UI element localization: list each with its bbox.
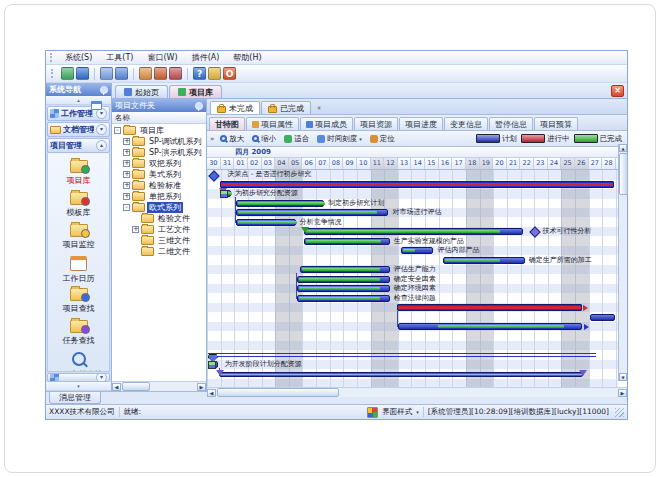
- scroll-thumb[interactable]: [122, 382, 150, 391]
- locate-button[interactable]: 定位: [368, 133, 397, 145]
- ui-style-icon[interactable]: [367, 407, 378, 418]
- folder-window-icon[interactable]: [115, 67, 128, 80]
- task-bar[interactable]: [401, 247, 434, 254]
- sidebar-item[interactable]: 模板库: [48, 188, 109, 220]
- sidebar-item[interactable]: 项目文档查找: [48, 348, 109, 372]
- overflow-chevron-icon[interactable]: [315, 106, 323, 110]
- summary-bar[interactable]: [220, 181, 614, 188]
- tree-column-header[interactable]: 名称: [112, 112, 206, 124]
- sidebar-scroll-down-button[interactable]: [46, 382, 111, 391]
- help-icon[interactable]: ?: [193, 67, 206, 80]
- task-bar[interactable]: [236, 209, 389, 216]
- task-group-icon[interactable]: [208, 361, 216, 369]
- tree-item[interactable]: +SP-演示机系列: [112, 147, 206, 158]
- tree-item[interactable]: +SP-调试机系列: [112, 136, 206, 147]
- tab-message-management[interactable]: 消息管理: [49, 392, 101, 404]
- task-bar[interactable]: [297, 276, 390, 283]
- chart-icon[interactable]: [169, 67, 182, 80]
- menu-item[interactable]: 插件(A): [185, 52, 227, 63]
- tree-expander-icon[interactable]: +: [123, 182, 130, 189]
- dropdown-arrow-icon[interactable]: [359, 136, 362, 142]
- dropdown-arrow-icon[interactable]: [416, 409, 419, 415]
- plan-bar[interactable]: [219, 372, 583, 377]
- tree-item[interactable]: 三维文件: [112, 235, 206, 246]
- scroll-left-button[interactable]: [207, 389, 216, 397]
- tree-item[interactable]: +美式系列: [112, 169, 206, 180]
- tree-item[interactable]: +单把系列: [112, 191, 206, 202]
- tab-项目库[interactable]: 项目库: [169, 85, 222, 98]
- window-icon[interactable]: [100, 67, 113, 80]
- toolbar-overflow-icon[interactable]: [210, 135, 214, 143]
- menu-item[interactable]: 帮助(H): [226, 52, 268, 63]
- tab-起始页[interactable]: 起始页: [115, 85, 168, 98]
- tree-item[interactable]: +双把系列: [112, 158, 206, 169]
- tree-expander-icon[interactable]: -: [114, 127, 121, 134]
- gantt-vscrollbar[interactable]: [618, 144, 627, 381]
- scroll-down-button[interactable]: [619, 373, 627, 381]
- resize-grip[interactable]: [615, 408, 624, 417]
- chevron-down-icon[interactable]: [96, 373, 107, 382]
- task-bar[interactable]: [304, 238, 390, 245]
- task-bar[interactable]: [297, 295, 390, 302]
- menu-item[interactable]: 窗口(W): [140, 52, 184, 63]
- detail-tab[interactable]: 甘特图: [209, 117, 245, 130]
- detail-tab[interactable]: 变更信息: [444, 117, 488, 130]
- detail-tab[interactable]: 暂停信息: [489, 117, 533, 130]
- sidebar-panel-cut[interactable]: [47, 373, 110, 382]
- task-bar[interactable]: [236, 219, 296, 226]
- scroll-thumb[interactable]: [217, 388, 339, 397]
- filter-tab[interactable]: 已完成: [261, 101, 311, 114]
- sidebar-panel-project[interactable]: 项目管理: [47, 138, 110, 153]
- gantt-hscrollbar[interactable]: [207, 387, 627, 397]
- tree-item[interactable]: -欧式系列: [112, 202, 206, 213]
- tree-expander-icon[interactable]: +: [123, 171, 130, 178]
- task-bar[interactable]: [236, 200, 325, 207]
- menu-item[interactable]: 系统(S): [58, 52, 99, 63]
- task-bar[interactable]: [300, 266, 390, 273]
- pin-icon[interactable]: [195, 102, 203, 110]
- task-bar[interactable]: [443, 257, 525, 264]
- tree-expander-icon[interactable]: +: [132, 226, 139, 233]
- tree-item[interactable]: +工艺文件: [112, 224, 206, 235]
- tree-expander-icon[interactable]: +: [123, 138, 130, 145]
- fit-button[interactable]: 适合: [282, 133, 311, 145]
- tree-item[interactable]: 检验文件: [112, 213, 206, 224]
- scroll-up-button[interactable]: [619, 144, 627, 152]
- sidebar-item[interactable]: 工作日历: [48, 252, 109, 284]
- detail-tab[interactable]: 项目属性: [246, 117, 299, 130]
- pin-icon[interactable]: [100, 86, 108, 94]
- detail-tab[interactable]: 项目成员: [300, 117, 353, 130]
- milestone-diamond[interactable]: [208, 170, 219, 181]
- tree-item[interactable]: 二维文件: [112, 246, 206, 257]
- task-bar[interactable]: [304, 228, 523, 235]
- tree-expander-icon[interactable]: +: [123, 149, 130, 156]
- tree-item[interactable]: -项目库: [112, 125, 206, 136]
- sidebar-item[interactable]: 项目查找: [48, 284, 109, 316]
- schedule-icon[interactable]: [139, 67, 152, 80]
- tree-expander-icon[interactable]: +: [123, 193, 130, 200]
- tree-expander-icon[interactable]: +: [123, 160, 130, 167]
- timescale-button[interactable]: 时间刻度: [315, 133, 364, 145]
- chevron-down-icon[interactable]: [96, 124, 107, 135]
- task-bar[interactable]: [398, 323, 582, 330]
- task-bar[interactable]: [297, 285, 390, 292]
- scroll-right-button[interactable]: [618, 389, 627, 397]
- ui-style-button[interactable]: 界面样式: [382, 407, 412, 417]
- tree-hscrollbar[interactable]: [112, 381, 206, 391]
- sidebar-panel-document[interactable]: 文档管理: [47, 122, 110, 137]
- report-icon[interactable]: [154, 67, 167, 80]
- summary-bar[interactable]: [397, 304, 582, 311]
- tree-item[interactable]: +检验标准: [112, 180, 206, 191]
- sidebar-item[interactable]: 任务查找: [48, 316, 109, 348]
- chevron-up-icon[interactable]: [96, 140, 107, 151]
- desktop-icon[interactable]: [61, 67, 74, 80]
- scroll-thumb[interactable]: [619, 153, 628, 195]
- detail-tab[interactable]: 项目预算: [534, 117, 578, 130]
- lock-icon[interactable]: [208, 67, 221, 80]
- menu-item[interactable]: 工具(T): [99, 52, 140, 63]
- filter-tab[interactable]: 未完成: [210, 101, 260, 114]
- detail-tab[interactable]: 项目进度: [399, 117, 443, 130]
- tree-expander-icon[interactable]: -: [123, 204, 130, 211]
- scroll-right-button[interactable]: [197, 383, 206, 391]
- sidebar-item[interactable]: 项目库: [48, 156, 109, 188]
